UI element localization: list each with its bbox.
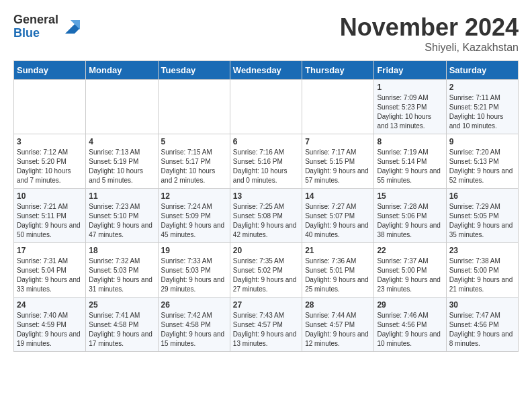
day-cell: 27Sunrise: 7:43 AM Sunset: 4:57 PM Dayli… bbox=[230, 298, 302, 352]
day-cell: 24Sunrise: 7:40 AM Sunset: 4:59 PM Dayli… bbox=[14, 298, 86, 352]
day-info: Sunrise: 7:42 AM Sunset: 4:58 PM Dayligh… bbox=[161, 311, 227, 349]
title-block: November 2024 Shiyeli, Kazakhstan bbox=[340, 13, 519, 54]
day-info: Sunrise: 7:41 AM Sunset: 4:58 PM Dayligh… bbox=[89, 311, 154, 349]
day-info: Sunrise: 7:21 AM Sunset: 5:11 PM Dayligh… bbox=[17, 202, 83, 240]
day-number: 18 bbox=[89, 246, 154, 255]
week-row-3: 10Sunrise: 7:21 AM Sunset: 5:11 PM Dayli… bbox=[14, 189, 519, 243]
column-header-tuesday: Tuesday bbox=[158, 61, 230, 80]
day-cell: 1Sunrise: 7:09 AM Sunset: 5:23 PM Daylig… bbox=[374, 80, 446, 134]
day-cell: 9Sunrise: 7:20 AM Sunset: 5:13 PM Daylig… bbox=[446, 134, 518, 189]
week-row-1: 1Sunrise: 7:09 AM Sunset: 5:23 PM Daylig… bbox=[14, 80, 519, 134]
day-info: Sunrise: 7:43 AM Sunset: 4:57 PM Dayligh… bbox=[233, 311, 299, 349]
day-info: Sunrise: 7:20 AM Sunset: 5:13 PM Dayligh… bbox=[449, 148, 515, 185]
day-info: Sunrise: 7:44 AM Sunset: 4:57 PM Dayligh… bbox=[305, 311, 371, 349]
day-info: Sunrise: 7:15 AM Sunset: 5:17 PM Dayligh… bbox=[161, 148, 227, 185]
column-header-friday: Friday bbox=[374, 61, 446, 80]
day-number: 21 bbox=[305, 246, 371, 255]
day-cell: 4Sunrise: 7:13 AM Sunset: 5:19 PM Daylig… bbox=[86, 134, 158, 189]
day-info: Sunrise: 7:17 AM Sunset: 5:15 PM Dayligh… bbox=[305, 148, 371, 185]
day-cell: 28Sunrise: 7:44 AM Sunset: 4:57 PM Dayli… bbox=[302, 298, 374, 352]
column-header-sunday: Sunday bbox=[14, 61, 86, 80]
day-info: Sunrise: 7:27 AM Sunset: 5:07 PM Dayligh… bbox=[305, 202, 371, 240]
day-cell bbox=[86, 80, 158, 134]
logo: General Blue bbox=[13, 13, 80, 40]
day-cell: 6Sunrise: 7:16 AM Sunset: 5:16 PM Daylig… bbox=[230, 134, 302, 189]
day-number: 10 bbox=[17, 191, 83, 201]
day-cell: 10Sunrise: 7:21 AM Sunset: 5:11 PM Dayli… bbox=[14, 189, 86, 243]
day-cell: 11Sunrise: 7:23 AM Sunset: 5:10 PM Dayli… bbox=[86, 189, 158, 243]
day-number: 29 bbox=[377, 300, 443, 310]
day-cell: 23Sunrise: 7:38 AM Sunset: 5:00 PM Dayli… bbox=[446, 243, 518, 298]
day-info: Sunrise: 7:38 AM Sunset: 5:00 PM Dayligh… bbox=[449, 257, 515, 294]
day-info: Sunrise: 7:25 AM Sunset: 5:08 PM Dayligh… bbox=[233, 202, 299, 240]
day-info: Sunrise: 7:23 AM Sunset: 5:10 PM Dayligh… bbox=[89, 202, 154, 240]
day-cell: 20Sunrise: 7:35 AM Sunset: 5:02 PM Dayli… bbox=[230, 243, 302, 298]
day-cell bbox=[158, 80, 230, 134]
day-cell: 18Sunrise: 7:32 AM Sunset: 5:03 PM Dayli… bbox=[86, 243, 158, 298]
day-info: Sunrise: 7:09 AM Sunset: 5:23 PM Dayligh… bbox=[377, 93, 443, 131]
day-number: 14 bbox=[305, 191, 371, 201]
day-number: 15 bbox=[377, 191, 443, 201]
day-cell: 16Sunrise: 7:29 AM Sunset: 5:05 PM Dayli… bbox=[446, 189, 518, 243]
day-cell: 21Sunrise: 7:36 AM Sunset: 5:01 PM Dayli… bbox=[302, 243, 374, 298]
day-info: Sunrise: 7:36 AM Sunset: 5:01 PM Dayligh… bbox=[305, 257, 371, 294]
day-number: 11 bbox=[89, 191, 154, 201]
month-title: November 2024 bbox=[340, 13, 519, 42]
day-number: 3 bbox=[17, 137, 83, 146]
day-cell: 8Sunrise: 7:19 AM Sunset: 5:14 PM Daylig… bbox=[374, 134, 446, 189]
day-cell bbox=[14, 80, 86, 134]
day-info: Sunrise: 7:37 AM Sunset: 5:00 PM Dayligh… bbox=[377, 257, 443, 294]
day-number: 20 bbox=[233, 246, 299, 255]
day-info: Sunrise: 7:29 AM Sunset: 5:05 PM Dayligh… bbox=[449, 202, 515, 240]
day-number: 25 bbox=[89, 300, 154, 310]
day-info: Sunrise: 7:31 AM Sunset: 5:04 PM Dayligh… bbox=[17, 257, 83, 294]
day-info: Sunrise: 7:28 AM Sunset: 5:06 PM Dayligh… bbox=[377, 202, 443, 240]
day-number: 19 bbox=[161, 246, 227, 255]
day-info: Sunrise: 7:32 AM Sunset: 5:03 PM Dayligh… bbox=[89, 257, 154, 294]
day-cell: 26Sunrise: 7:42 AM Sunset: 4:58 PM Dayli… bbox=[158, 298, 230, 352]
day-number: 28 bbox=[305, 300, 371, 310]
day-info: Sunrise: 7:16 AM Sunset: 5:16 PM Dayligh… bbox=[233, 148, 299, 185]
day-cell: 29Sunrise: 7:46 AM Sunset: 4:56 PM Dayli… bbox=[374, 298, 446, 352]
page-header: General Blue November 2024 Shiyeli, Kaza… bbox=[13, 13, 519, 54]
week-row-2: 3Sunrise: 7:12 AM Sunset: 5:20 PM Daylig… bbox=[14, 134, 519, 189]
day-info: Sunrise: 7:19 AM Sunset: 5:14 PM Dayligh… bbox=[377, 148, 443, 185]
day-info: Sunrise: 7:24 AM Sunset: 5:09 PM Dayligh… bbox=[161, 202, 227, 240]
column-header-saturday: Saturday bbox=[446, 61, 518, 80]
day-number: 9 bbox=[449, 137, 515, 146]
day-number: 5 bbox=[161, 137, 227, 146]
day-cell: 12Sunrise: 7:24 AM Sunset: 5:09 PM Dayli… bbox=[158, 189, 230, 243]
day-number: 7 bbox=[305, 137, 371, 146]
day-cell: 17Sunrise: 7:31 AM Sunset: 5:04 PM Dayli… bbox=[14, 243, 86, 298]
day-cell: 14Sunrise: 7:27 AM Sunset: 5:07 PM Dayli… bbox=[302, 189, 374, 243]
day-cell: 25Sunrise: 7:41 AM Sunset: 4:58 PM Dayli… bbox=[86, 298, 158, 352]
logo-blue-text: Blue bbox=[13, 27, 58, 40]
day-cell bbox=[230, 80, 302, 134]
day-info: Sunrise: 7:33 AM Sunset: 5:03 PM Dayligh… bbox=[161, 257, 227, 294]
day-cell: 13Sunrise: 7:25 AM Sunset: 5:08 PM Dayli… bbox=[230, 189, 302, 243]
day-number: 23 bbox=[449, 246, 515, 255]
day-info: Sunrise: 7:35 AM Sunset: 5:02 PM Dayligh… bbox=[233, 257, 299, 294]
day-number: 8 bbox=[377, 137, 443, 146]
day-number: 13 bbox=[233, 191, 299, 201]
location-subtitle: Shiyeli, Kazakhstan bbox=[340, 42, 519, 54]
day-cell: 3Sunrise: 7:12 AM Sunset: 5:20 PM Daylig… bbox=[14, 134, 86, 189]
day-number: 1 bbox=[377, 83, 443, 92]
column-header-monday: Monday bbox=[86, 61, 158, 80]
week-row-4: 17Sunrise: 7:31 AM Sunset: 5:04 PM Dayli… bbox=[14, 243, 519, 298]
day-cell: 5Sunrise: 7:15 AM Sunset: 5:17 PM Daylig… bbox=[158, 134, 230, 189]
column-header-wednesday: Wednesday bbox=[230, 61, 302, 80]
day-number: 12 bbox=[161, 191, 227, 201]
day-number: 30 bbox=[449, 300, 515, 310]
day-cell: 19Sunrise: 7:33 AM Sunset: 5:03 PM Dayli… bbox=[158, 243, 230, 298]
day-info: Sunrise: 7:13 AM Sunset: 5:19 PM Dayligh… bbox=[89, 148, 154, 185]
logo-icon bbox=[61, 17, 80, 36]
day-cell bbox=[302, 80, 374, 134]
day-cell: 30Sunrise: 7:47 AM Sunset: 4:56 PM Dayli… bbox=[446, 298, 518, 352]
day-number: 27 bbox=[233, 300, 299, 310]
day-cell: 15Sunrise: 7:28 AM Sunset: 5:06 PM Dayli… bbox=[374, 189, 446, 243]
day-number: 2 bbox=[449, 83, 515, 92]
day-number: 4 bbox=[89, 137, 154, 146]
day-cell: 7Sunrise: 7:17 AM Sunset: 5:15 PM Daylig… bbox=[302, 134, 374, 189]
day-info: Sunrise: 7:40 AM Sunset: 4:59 PM Dayligh… bbox=[17, 311, 83, 349]
